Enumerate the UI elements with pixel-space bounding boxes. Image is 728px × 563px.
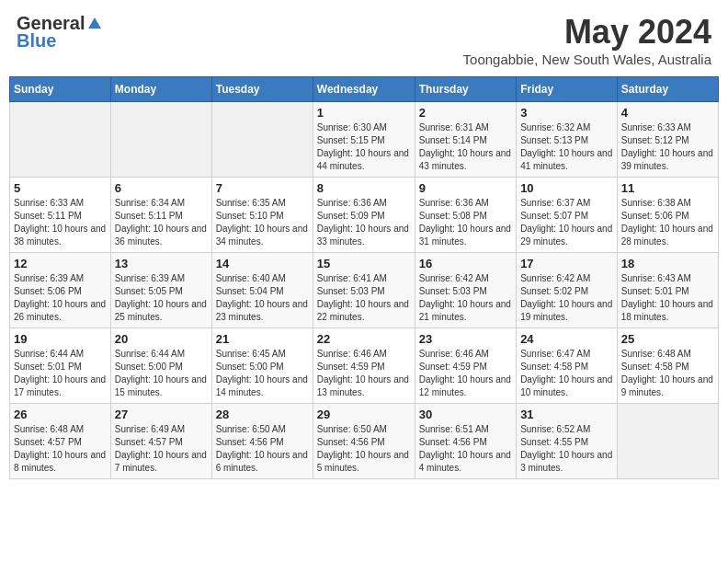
day-number: 11 — [621, 181, 714, 195]
calendar-cell — [110, 102, 211, 178]
calendar-cell: 10Sunrise: 6:37 AM Sunset: 5:07 PM Dayli… — [517, 178, 618, 253]
calendar-week-row: 5Sunrise: 6:33 AM Sunset: 5:11 PM Daylig… — [10, 178, 719, 253]
calendar-cell: 5Sunrise: 6:33 AM Sunset: 5:11 PM Daylig… — [10, 178, 111, 253]
day-number: 10 — [520, 181, 613, 195]
calendar-cell: 16Sunrise: 6:42 AM Sunset: 5:03 PM Dayli… — [415, 253, 516, 328]
day-info: Sunrise: 6:50 AM Sunset: 4:56 PM Dayligh… — [317, 423, 411, 475]
day-info: Sunrise: 6:36 AM Sunset: 5:08 PM Dayligh… — [419, 197, 512, 248]
day-number: 16 — [419, 257, 512, 270]
day-number: 22 — [317, 332, 411, 346]
calendar-cell: 13Sunrise: 6:39 AM Sunset: 5:05 PM Dayli… — [110, 253, 211, 328]
day-info: Sunrise: 6:43 AM Sunset: 5:01 PM Dayligh… — [621, 272, 714, 324]
day-number: 28 — [216, 408, 309, 421]
month-title: May 2024 — [463, 13, 711, 52]
weekday-header-saturday: Saturday — [617, 77, 718, 102]
calendar-cell: 4Sunrise: 6:33 AM Sunset: 5:12 PM Daylig… — [617, 102, 718, 178]
logo-icon — [86, 16, 103, 32]
day-number: 19 — [14, 332, 107, 346]
calendar-cell: 23Sunrise: 6:46 AM Sunset: 4:59 PM Dayli… — [415, 328, 516, 404]
calendar-cell: 25Sunrise: 6:48 AM Sunset: 4:58 PM Dayli… — [617, 328, 718, 404]
weekday-header-thursday: Thursday — [415, 77, 516, 102]
day-info: Sunrise: 6:51 AM Sunset: 4:56 PM Dayligh… — [419, 423, 512, 475]
day-info: Sunrise: 6:50 AM Sunset: 4:56 PM Dayligh… — [216, 423, 309, 475]
day-number: 2 — [419, 106, 512, 120]
day-info: Sunrise: 6:36 AM Sunset: 5:09 PM Dayligh… — [317, 197, 411, 248]
weekday-header-friday: Friday — [517, 77, 618, 102]
calendar-cell: 29Sunrise: 6:50 AM Sunset: 4:56 PM Dayli… — [313, 404, 415, 479]
calendar-cell: 17Sunrise: 6:42 AM Sunset: 5:02 PM Dayli… — [517, 253, 618, 328]
location: Toongabbie, New South Wales, Australia — [463, 52, 711, 67]
day-number: 14 — [216, 257, 309, 270]
weekday-header-row: SundayMondayTuesdayWednesdayThursdayFrid… — [10, 77, 719, 102]
page-header: General Blue May 2024 Toongabbie, New So… — [9, 9, 719, 71]
calendar-cell: 31Sunrise: 6:52 AM Sunset: 4:55 PM Dayli… — [517, 404, 618, 479]
calendar-cell: 6Sunrise: 6:34 AM Sunset: 5:11 PM Daylig… — [110, 178, 211, 253]
calendar-cell — [10, 102, 111, 178]
calendar-cell: 28Sunrise: 6:50 AM Sunset: 4:56 PM Dayli… — [211, 404, 313, 479]
day-info: Sunrise: 6:45 AM Sunset: 5:00 PM Dayligh… — [216, 348, 309, 399]
day-info: Sunrise: 6:47 AM Sunset: 4:58 PM Dayligh… — [520, 348, 613, 399]
day-number: 5 — [14, 181, 107, 195]
day-number: 21 — [216, 332, 309, 346]
day-number: 27 — [115, 408, 208, 421]
svg-marker-0 — [88, 17, 101, 29]
day-info: Sunrise: 6:49 AM Sunset: 4:57 PM Dayligh… — [115, 423, 208, 475]
day-info: Sunrise: 6:39 AM Sunset: 5:06 PM Dayligh… — [14, 272, 107, 324]
day-number: 25 — [621, 332, 714, 346]
calendar-cell: 18Sunrise: 6:43 AM Sunset: 5:01 PM Dayli… — [617, 253, 718, 328]
day-info: Sunrise: 6:41 AM Sunset: 5:03 PM Dayligh… — [317, 272, 411, 324]
day-info: Sunrise: 6:33 AM Sunset: 5:12 PM Dayligh… — [621, 121, 714, 173]
day-number: 20 — [115, 332, 208, 346]
calendar-cell: 2Sunrise: 6:31 AM Sunset: 5:14 PM Daylig… — [415, 102, 516, 178]
logo-blue-text: Blue — [17, 30, 56, 52]
calendar-cell: 24Sunrise: 6:47 AM Sunset: 4:58 PM Dayli… — [517, 328, 618, 404]
day-info: Sunrise: 6:52 AM Sunset: 4:55 PM Dayligh… — [520, 423, 613, 475]
day-number: 17 — [520, 257, 613, 270]
calendar-cell: 21Sunrise: 6:45 AM Sunset: 5:00 PM Dayli… — [211, 328, 313, 404]
day-info: Sunrise: 6:31 AM Sunset: 5:14 PM Dayligh… — [419, 121, 512, 173]
logo: General Blue — [17, 13, 103, 52]
calendar-cell: 9Sunrise: 6:36 AM Sunset: 5:08 PM Daylig… — [415, 178, 516, 253]
calendar-cell: 12Sunrise: 6:39 AM Sunset: 5:06 PM Dayli… — [10, 253, 111, 328]
day-number: 3 — [520, 106, 613, 120]
day-info: Sunrise: 6:44 AM Sunset: 5:00 PM Dayligh… — [115, 348, 208, 399]
calendar-cell — [617, 404, 718, 479]
calendar-week-row: 1Sunrise: 6:30 AM Sunset: 5:15 PM Daylig… — [10, 102, 719, 178]
day-info: Sunrise: 6:42 AM Sunset: 5:03 PM Dayligh… — [419, 272, 512, 324]
calendar-cell: 30Sunrise: 6:51 AM Sunset: 4:56 PM Dayli… — [415, 404, 516, 479]
weekday-header-sunday: Sunday — [10, 77, 111, 102]
day-info: Sunrise: 6:32 AM Sunset: 5:13 PM Dayligh… — [520, 121, 613, 173]
day-info: Sunrise: 6:40 AM Sunset: 5:04 PM Dayligh… — [216, 272, 309, 324]
day-info: Sunrise: 6:46 AM Sunset: 4:59 PM Dayligh… — [419, 348, 512, 399]
day-info: Sunrise: 6:44 AM Sunset: 5:01 PM Dayligh… — [14, 348, 107, 399]
day-number: 1 — [317, 106, 411, 120]
day-info: Sunrise: 6:46 AM Sunset: 4:59 PM Dayligh… — [317, 348, 411, 399]
calendar-week-row: 26Sunrise: 6:48 AM Sunset: 4:57 PM Dayli… — [10, 404, 719, 479]
day-info: Sunrise: 6:35 AM Sunset: 5:10 PM Dayligh… — [216, 197, 309, 248]
calendar-cell — [211, 102, 313, 178]
calendar-cell: 20Sunrise: 6:44 AM Sunset: 5:00 PM Dayli… — [110, 328, 211, 404]
day-number: 6 — [115, 181, 208, 195]
weekday-header-wednesday: Wednesday — [313, 77, 415, 102]
calendar-table: SundayMondayTuesdayWednesdayThursdayFrid… — [9, 76, 719, 479]
day-number: 13 — [115, 257, 208, 270]
calendar-cell: 19Sunrise: 6:44 AM Sunset: 5:01 PM Dayli… — [10, 328, 111, 404]
day-number: 29 — [317, 408, 411, 421]
calendar-cell: 7Sunrise: 6:35 AM Sunset: 5:10 PM Daylig… — [211, 178, 313, 253]
weekday-header-tuesday: Tuesday — [211, 77, 313, 102]
day-info: Sunrise: 6:38 AM Sunset: 5:06 PM Dayligh… — [621, 197, 714, 248]
calendar-cell: 14Sunrise: 6:40 AM Sunset: 5:04 PM Dayli… — [211, 253, 313, 328]
day-number: 8 — [317, 181, 411, 195]
calendar-cell: 11Sunrise: 6:38 AM Sunset: 5:06 PM Dayli… — [617, 178, 718, 253]
day-number: 26 — [14, 408, 107, 421]
calendar-cell: 1Sunrise: 6:30 AM Sunset: 5:15 PM Daylig… — [313, 102, 415, 178]
day-number: 15 — [317, 257, 411, 270]
calendar-cell: 27Sunrise: 6:49 AM Sunset: 4:57 PM Dayli… — [110, 404, 211, 479]
day-number: 23 — [419, 332, 512, 346]
calendar-cell: 26Sunrise: 6:48 AM Sunset: 4:57 PM Dayli… — [10, 404, 111, 479]
day-number: 12 — [14, 257, 107, 270]
weekday-header-monday: Monday — [110, 77, 211, 102]
title-section: May 2024 Toongabbie, New South Wales, Au… — [463, 13, 711, 67]
day-number: 9 — [419, 181, 512, 195]
calendar-cell: 3Sunrise: 6:32 AM Sunset: 5:13 PM Daylig… — [517, 102, 618, 178]
